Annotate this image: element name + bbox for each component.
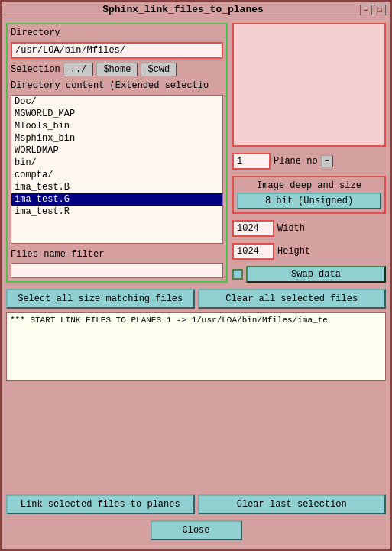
link-files-button[interactable]: Link selected files to planes: [6, 494, 195, 514]
up-button[interactable]: ../: [63, 63, 94, 76]
plane-no-decrement-button[interactable]: −: [321, 155, 334, 167]
clear-last-button[interactable]: Clear last selection: [198, 494, 387, 514]
width-label: Width: [277, 223, 305, 234]
swap-button[interactable]: Swap data: [246, 266, 386, 283]
image-deep-section: Image deep and size 8 bit (Unsigned): [232, 176, 386, 214]
preview-area: [232, 23, 386, 147]
list-item[interactable]: Msphinx_bin: [11, 132, 222, 144]
left-panel: Directory Selection ../ $home $cwd Direc…: [6, 23, 228, 283]
list-item[interactable]: Doc/: [11, 96, 222, 108]
selection-row: Selection ../ $home $cwd: [11, 63, 223, 76]
selection-label: Selection: [11, 64, 60, 75]
cwd-button[interactable]: $cwd: [141, 63, 177, 76]
clear-all-button[interactable]: Clear all selected files: [198, 289, 387, 309]
list-item[interactable]: WORLDMAP: [11, 144, 222, 157]
file-list[interactable]: Doc/MGWORLD_MAPMTools_binMsphinx_binWORL…: [11, 95, 223, 244]
filter-section: Files name filter: [11, 249, 223, 278]
plane-no-label: Plane no: [274, 156, 318, 167]
select-all-button[interactable]: Select all size matching files: [6, 289, 195, 309]
filter-input[interactable]: [11, 263, 223, 278]
dir-content-label: Directory content (Extended selectio: [11, 80, 223, 91]
directory-input[interactable]: [11, 42, 223, 59]
minimize-button[interactable]: −: [360, 5, 372, 15]
log-area: *** START LINK FILES TO PLANES 1 -> 1/us…: [6, 312, 386, 381]
title-bar: Sphinx_link_files_to_planes − □: [2, 2, 390, 18]
list-item[interactable]: MGWORLD_MAP: [11, 108, 222, 120]
list-item[interactable]: bin/: [11, 157, 222, 169]
footer-buttons: Link selected files to planes Clear last…: [6, 494, 386, 514]
directory-label: Directory: [11, 28, 223, 38]
height-input[interactable]: [232, 243, 274, 260]
height-row: Height: [232, 243, 386, 260]
list-item[interactable]: ima_test.G: [11, 193, 222, 206]
close-button[interactable]: Close: [151, 520, 242, 540]
list-item[interactable]: compta/: [11, 169, 222, 181]
swap-checkbox[interactable]: [232, 269, 243, 280]
list-item[interactable]: ima_test.B: [11, 181, 222, 193]
list-item[interactable]: ima_test.R: [11, 206, 222, 218]
window-title: Sphinx_link_files_to_planes: [6, 4, 360, 15]
width-row: Width: [232, 220, 386, 237]
plane-no-input[interactable]: [232, 153, 271, 170]
image-deep-label: Image deep and size: [237, 180, 381, 191]
swap-row: Swap data: [232, 266, 386, 283]
home-button[interactable]: $home: [96, 63, 138, 76]
close-row: Close: [6, 517, 386, 540]
plane-row: Plane no −: [232, 153, 386, 170]
maximize-button[interactable]: □: [374, 5, 386, 15]
main-window: Sphinx_link_files_to_planes − □ Director…: [0, 0, 392, 551]
bottom-buttons: Select all size matching files Clear all…: [6, 289, 386, 309]
width-input[interactable]: [232, 220, 274, 237]
spacer: [6, 384, 386, 488]
height-label: Height: [277, 246, 310, 257]
list-item[interactable]: MTools_bin: [11, 120, 222, 132]
filter-label: Files name filter: [11, 249, 223, 260]
title-buttons: − □: [360, 5, 386, 15]
log-text: *** START LINK FILES TO PLANES 1 -> 1/us…: [10, 316, 328, 325]
image-deep-button[interactable]: 8 bit (Unsigned): [237, 193, 381, 209]
